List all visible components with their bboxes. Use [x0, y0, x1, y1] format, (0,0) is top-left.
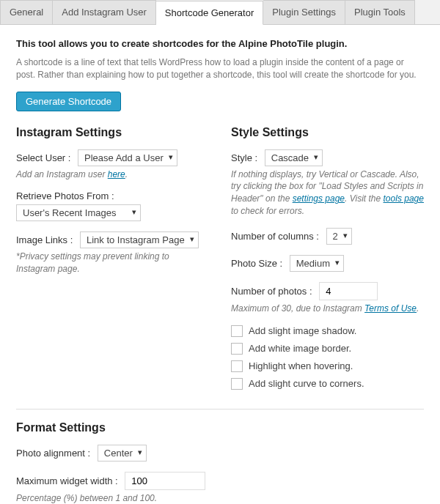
highlight-checkbox-label: Highlight when hovering. — [249, 360, 353, 371]
photo-alignment-dropdown[interactable]: Center — [98, 445, 147, 462]
format-settings-heading: Format Settings — [16, 421, 424, 434]
style-dropdown[interactable]: Cascade — [265, 149, 323, 166]
tools-page-link[interactable]: tools page — [384, 193, 424, 204]
intro-description: A shortcode is a line of text that tells… — [16, 56, 424, 81]
curve-checkbox[interactable] — [231, 378, 243, 390]
section-divider — [16, 409, 424, 410]
image-links-hint: *Privacy settings may prevent linking to… — [16, 251, 209, 275]
max-width-input[interactable] — [125, 472, 205, 490]
photo-alignment-label: Photo alignment : — [16, 448, 90, 459]
shadow-checkbox-label: Add slight image shadow. — [249, 325, 356, 336]
add-user-hint-text: Add an Instagram user — [16, 169, 108, 179]
instagram-settings-heading: Instagram Settings — [16, 126, 209, 139]
content-area: This tool allows you to create shortcode… — [0, 25, 440, 504]
num-photos-hint: Maximum of 30, due to Instagram Terms of… — [231, 303, 424, 315]
add-user-here-link[interactable]: here — [108, 169, 125, 179]
columns-dropdown[interactable]: 2 — [326, 228, 352, 245]
select-user-dropdown[interactable]: Please Add a User — [78, 149, 177, 166]
num-photos-input[interactable] — [319, 282, 378, 300]
border-checkbox-label: Add white image border. — [249, 343, 351, 354]
tab-add-instagram-user[interactable]: Add Instagram User — [53, 0, 156, 24]
generate-shortcode-button-top[interactable]: Generate Shortcode — [16, 92, 121, 111]
instagram-settings-column: Instagram Settings Select User : Please … — [16, 126, 209, 396]
max-width-label: Maximum widget width : — [16, 475, 118, 486]
terms-of-use-link[interactable]: Terms of Use — [364, 303, 417, 314]
curve-checkbox-label: Add slight curve to corners. — [249, 378, 364, 389]
shadow-checkbox[interactable] — [231, 325, 243, 337]
photo-size-dropdown[interactable]: Medium — [290, 255, 344, 272]
select-user-label: Select User : — [16, 152, 70, 163]
border-checkbox[interactable] — [231, 343, 243, 355]
columns-label: Number of columns : — [231, 231, 319, 242]
image-links-dropdown[interactable]: Link to Instagram Page — [80, 231, 199, 248]
style-hint-text-2: . Visit the — [345, 193, 383, 204]
style-settings-heading: Style Settings — [231, 126, 424, 139]
style-label: Style : — [231, 152, 257, 163]
intro-title: This tool allows you to create shortcode… — [16, 38, 424, 49]
photo-size-label: Photo Size : — [231, 258, 282, 269]
add-user-hint: Add an Instagram user here. — [16, 168, 209, 181]
num-photos-hint-text: Maximum of 30, due to Instagram — [231, 303, 364, 314]
tab-plugin-settings[interactable]: Plugin Settings — [263, 0, 345, 24]
retrieve-photos-dropdown[interactable]: User's Recent Images — [16, 204, 141, 221]
style-hint: If nothing displays, try Vertical or Cas… — [231, 168, 424, 218]
retrieve-photos-label: Retrieve Photos From : — [16, 190, 205, 201]
style-settings-column: Style Settings Style : Cascade If nothin… — [231, 126, 424, 396]
tabs-bar: General Add Instagram User Shortcode Gen… — [0, 0, 440, 25]
max-width-hint: Percentage (%) between 1 and 100. — [16, 492, 424, 504]
num-photos-label: Number of photos : — [231, 286, 312, 297]
tab-shortcode-generator[interactable]: Shortcode Generator — [156, 1, 263, 25]
style-hint-text-3: to check for errors. — [231, 206, 304, 216]
tab-general[interactable]: General — [0, 0, 53, 24]
highlight-checkbox[interactable] — [231, 360, 243, 372]
tab-plugin-tools[interactable]: Plugin Tools — [345, 0, 415, 24]
settings-page-link[interactable]: settings page — [293, 193, 345, 204]
image-links-label: Image Links : — [16, 234, 73, 245]
